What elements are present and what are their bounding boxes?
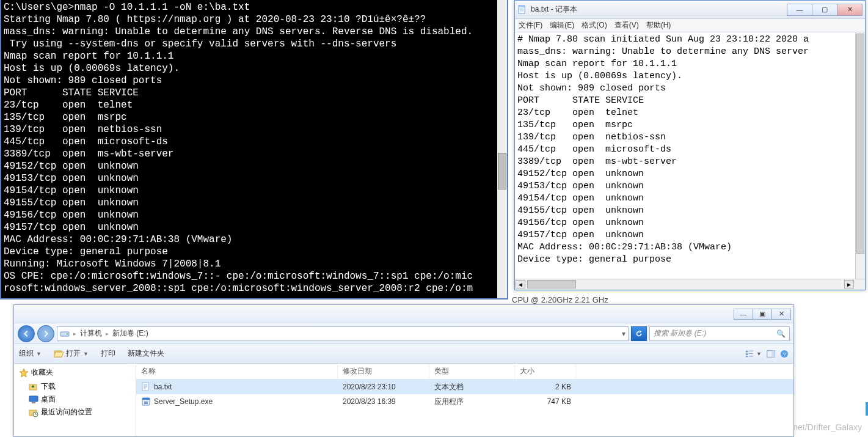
- download-icon: [29, 382, 38, 392]
- nav-forward-button[interactable]: [37, 325, 54, 342]
- col-name[interactable]: 名称: [136, 364, 338, 379]
- notepad-h-scroll-thumb[interactable]: [527, 280, 576, 288]
- file-size: 747 KB: [515, 397, 576, 406]
- cmd-window: C:\Users\ge>nmap -O 10.1.1.1 -oN e:\ba.t…: [0, 0, 508, 299]
- file-type: 文本文档: [429, 382, 515, 392]
- svg-rect-9: [746, 350, 748, 352]
- address-bar[interactable]: ▸ 计算机 ▸ 新加卷 (E:) ▾: [57, 326, 629, 341]
- desktop-icon: [29, 395, 38, 405]
- minimize-button[interactable]: —: [734, 309, 753, 320]
- menu-help[interactable]: 帮助(H): [646, 20, 671, 31]
- file-row[interactable]: Server_Setup.exe2020/8/23 16:39应用程序747 K…: [136, 394, 793, 409]
- svg-rect-13: [749, 353, 753, 354]
- svg-point-6: [67, 333, 68, 334]
- preview-pane-button[interactable]: [767, 350, 775, 358]
- explorer-sidebar: 收藏夹 下载 桌面 最近访问的位置: [14, 364, 136, 436]
- file-icon: [141, 397, 151, 406]
- sidebar-item-downloads[interactable]: 下载: [19, 380, 131, 393]
- breadcrumb-drive[interactable]: 新加卷 (E:): [112, 328, 148, 339]
- file-size: 2 KB: [515, 383, 576, 391]
- svg-marker-19: [20, 369, 28, 377]
- file-icon: [141, 382, 151, 392]
- cmd-scrollbar-thumb[interactable]: [498, 153, 506, 189]
- notepad-titlebar[interactable]: ba.txt - 记事本 — ▢ ✕: [515, 1, 865, 19]
- col-date[interactable]: 修改日期: [338, 364, 429, 379]
- svg-rect-21: [29, 396, 38, 402]
- svg-text:?: ?: [783, 351, 786, 357]
- menu-format[interactable]: 格式(O): [582, 20, 607, 31]
- refresh-button[interactable]: [631, 326, 647, 341]
- col-size[interactable]: 大小: [515, 364, 576, 379]
- file-date: 2020/8/23 23:10: [338, 383, 429, 391]
- address-dropdown-icon[interactable]: ▾: [622, 329, 625, 338]
- explorer-window: — ▣ ✕ ▸ 计算机 ▸ 新加卷 (E:) ▾ 搜索 新加卷 (E:) 🔍: [13, 304, 794, 437]
- notepad-window: ba.txt - 记事本 — ▢ ✕ 文件(F) 编辑(E) 格式(O) 查看(…: [514, 0, 866, 290]
- menu-view[interactable]: 查看(V): [615, 20, 639, 31]
- breadcrumb-computer[interactable]: 计算机: [80, 328, 102, 339]
- notepad-text-area[interactable]: # Nmap 7.80 scan initiated Sun Aug 23 23…: [515, 32, 865, 279]
- svg-rect-12: [749, 350, 753, 351]
- drive-icon: [60, 329, 70, 339]
- cmd-scrollbar[interactable]: [497, 0, 507, 298]
- svg-rect-32: [144, 402, 148, 404]
- sidebar-favorites[interactable]: 收藏夹: [19, 367, 131, 378]
- help-button[interactable]: ?: [780, 350, 789, 358]
- search-box[interactable]: 搜索 新加卷 (E:) 🔍: [649, 326, 790, 341]
- svg-rect-16: [771, 350, 775, 357]
- svg-rect-1: [519, 6, 525, 7]
- explorer-toolbar: 组织 ▼ 打开 ▼ 打印 新建文件夹 ▼ ?: [14, 344, 793, 364]
- file-name: Server_Setup.exe: [154, 397, 213, 406]
- sidebar-item-desktop[interactable]: 桌面: [19, 393, 131, 406]
- open-icon: [54, 349, 64, 359]
- star-icon: [19, 368, 29, 378]
- file-date: 2020/8/23 16:39: [338, 397, 429, 406]
- sidebar-item-recent[interactable]: 最近访问的位置: [19, 406, 131, 419]
- col-type[interactable]: 类型: [429, 364, 515, 379]
- column-headers: 名称 修改日期 类型 大小: [136, 364, 793, 380]
- notepad-icon: [517, 5, 527, 15]
- svg-marker-8: [54, 352, 64, 357]
- chevron-right-icon: ▸: [106, 331, 109, 337]
- notepad-menubar: 文件(F) 编辑(E) 格式(O) 查看(V) 帮助(H): [515, 19, 865, 32]
- notepad-h-scrollbar[interactable]: ◄ ►: [515, 279, 865, 290]
- tool-new-folder[interactable]: 新建文件夹: [128, 348, 164, 359]
- svg-rect-14: [749, 356, 753, 356]
- notepad-v-scrollbar[interactable]: [855, 32, 865, 279]
- file-type: 应用程序: [429, 397, 515, 407]
- nav-back-button[interactable]: [18, 325, 35, 342]
- minimize-button[interactable]: —: [787, 4, 812, 16]
- scroll-right-arrow[interactable]: ►: [844, 280, 854, 288]
- cmd-output[interactable]: C:\Users\ge>nmap -O 10.1.1.1 -oN e:\ba.t…: [1, 0, 507, 298]
- chevron-right-icon: ▸: [73, 331, 76, 337]
- background-accent: [795, 402, 868, 416]
- view-options-button[interactable]: ▼: [745, 350, 762, 358]
- close-button[interactable]: ✕: [771, 309, 791, 320]
- chevron-down-icon: ▼: [756, 351, 762, 357]
- menu-file[interactable]: 文件(F): [519, 20, 542, 31]
- svg-rect-11: [746, 356, 748, 357]
- tool-open[interactable]: 打开 ▼: [54, 348, 89, 359]
- chevron-down-icon: ▼: [83, 351, 89, 357]
- chevron-down-icon: ▼: [36, 351, 42, 357]
- scroll-left-arrow[interactable]: ◄: [516, 280, 525, 288]
- background-cpu-label: CPU @ 2.20GHz 2.21 GHz: [512, 295, 608, 304]
- explorer-file-list: 名称 修改日期 类型 大小 ba.txt2020/8/23 23:10文本文档2…: [136, 364, 793, 436]
- menu-edit[interactable]: 编辑(E): [550, 20, 574, 31]
- notepad-v-scroll-thumb[interactable]: [856, 34, 864, 254]
- file-name: ba.txt: [154, 383, 172, 391]
- search-icon: 🔍: [776, 329, 786, 338]
- notepad-title: ba.txt - 记事本: [531, 4, 787, 15]
- maximize-button[interactable]: ▢: [812, 4, 837, 16]
- tool-organize[interactable]: 组织 ▼: [19, 348, 42, 359]
- svg-rect-22: [32, 402, 35, 403]
- file-row[interactable]: ba.txt2020/8/23 23:10文本文档2 KB: [136, 380, 793, 394]
- tool-print[interactable]: 打印: [101, 348, 115, 359]
- svg-rect-10: [746, 353, 748, 355]
- search-placeholder: 搜索 新加卷 (E:): [654, 328, 706, 339]
- explorer-titlebar[interactable]: — ▣ ✕: [14, 305, 793, 323]
- svg-rect-31: [142, 398, 150, 400]
- close-button[interactable]: ✕: [837, 4, 863, 16]
- maximize-button[interactable]: ▣: [753, 309, 772, 320]
- recent-icon: [29, 408, 38, 417]
- explorer-navbar: ▸ 计算机 ▸ 新加卷 (E:) ▾ 搜索 新加卷 (E:) 🔍: [14, 323, 793, 344]
